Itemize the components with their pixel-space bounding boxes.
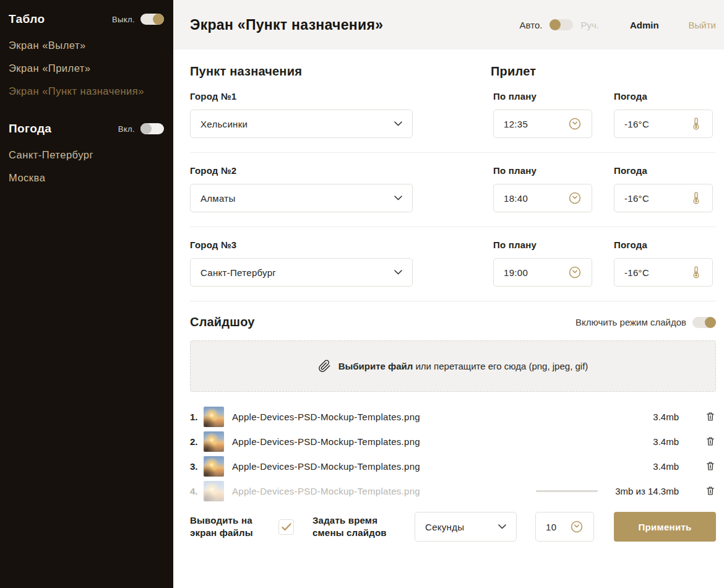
sidebar-item-moscow[interactable]: Москва — [9, 163, 164, 186]
file-index: 3. — [190, 461, 204, 472]
output-files-checkbox[interactable] — [278, 519, 294, 535]
weather-toggle-label: Вкл. — [118, 124, 135, 134]
city1-label: Город №1 — [190, 91, 413, 102]
file-thumbnail — [204, 456, 224, 477]
mode-toggle[interactable] — [549, 19, 573, 30]
city1-select-value: Хельсинки — [200, 119, 248, 129]
main-area: Экран «Пункт назначения» Авто. Руч. Admi… — [173, 0, 724, 588]
plan2-label: По плану — [493, 165, 592, 176]
trash-icon[interactable] — [705, 435, 716, 447]
slideshow-heading: Слайдшоу — [190, 315, 255, 329]
thermometer-icon — [690, 117, 702, 131]
slideshow-toggle[interactable] — [692, 317, 716, 328]
clock-icon — [568, 266, 582, 279]
temp2-field-wrap — [614, 184, 713, 212]
apply-button[interactable]: Применить — [614, 512, 716, 542]
sidebar: Табло Выкл. Экран «Вылет» Экран «Прилет»… — [0, 0, 173, 588]
slideshow-toggle-label: Включить режим слайдов — [575, 317, 686, 327]
file-size: 3.4mb — [653, 412, 679, 422]
temp1-input[interactable] — [624, 119, 680, 129]
time2-input[interactable] — [504, 193, 559, 204]
temp2-input[interactable] — [624, 193, 680, 204]
paperclip-icon — [318, 360, 331, 373]
file-thumbnail — [204, 431, 224, 452]
dropzone-choose-file: Выбирите файл — [338, 361, 413, 371]
trash-icon[interactable] — [705, 410, 716, 423]
tablo-toggle[interactable] — [140, 14, 164, 25]
divider — [190, 227, 716, 227]
mode-switcher: Авто. Руч. — [520, 19, 599, 30]
sidebar-item-saint-petersburg[interactable]: Санкт-Петербург — [9, 141, 164, 163]
city-row-1: Город №1 Хельсинки По плану П — [190, 91, 716, 138]
clock-icon — [570, 520, 584, 534]
sidebar-item-destination-screen[interactable]: Экран «Пункт назначения» — [9, 77, 164, 100]
file-size: 3.4mb — [653, 436, 679, 447]
file-name: Apple-Devices-PSD-Mockup-Templates.png — [232, 436, 653, 447]
time1-field-wrap — [493, 110, 592, 138]
file-row-uploading: 4. Apple-Devices-PSD-Mockup-Templates.pn… — [190, 478, 716, 503]
city-row-3: Город №3 Санкт-Петербург По плану — [190, 240, 716, 287]
file-size: 3.4mb — [653, 461, 679, 472]
sidebar-section-tablo: Табло Выкл. Экран «Вылет» Экран «Прилет»… — [9, 12, 164, 100]
destination-heading: Пункт назначения — [190, 64, 491, 79]
trash-icon[interactable] — [705, 485, 716, 497]
user-name: Admin — [630, 20, 659, 30]
city3-select[interactable]: Санкт-Петербург — [190, 258, 413, 287]
sidebar-item-arrival-screen[interactable]: Экран «Прилет» — [9, 54, 164, 77]
temp1-field-wrap — [614, 110, 713, 138]
mode-manual-label[interactable]: Руч. — [580, 20, 599, 30]
file-index: 4. — [190, 486, 204, 496]
arrival-heading: Прилет — [491, 64, 536, 79]
file-name: Apple-Devices-PSD-Mockup-Templates.png — [232, 461, 653, 472]
chevron-down-icon — [394, 121, 402, 126]
chevron-down-icon — [394, 196, 402, 201]
city2-label: Город №2 — [190, 165, 413, 176]
temp3-field-wrap — [614, 258, 713, 287]
sidebar-section-title-tablo: Табло — [9, 12, 45, 26]
topbar: Экран «Пункт назначения» Авто. Руч. Admi… — [173, 0, 724, 50]
chevron-down-icon — [498, 524, 506, 529]
divider — [190, 301, 716, 301]
content: Пункт назначения Прилет Город №1 Хельсин… — [173, 50, 724, 542]
file-name: Apple-Devices-PSD-Mockup-Templates.png — [232, 486, 536, 496]
sidebar-item-departure-screen[interactable]: Экран «Вылет» — [9, 31, 164, 54]
chevron-down-icon — [394, 270, 402, 275]
file-list: 1. Apple-Devices-PSD-Mockup-Templates.pn… — [190, 404, 716, 503]
thermometer-icon — [690, 191, 702, 205]
time3-field-wrap — [493, 258, 592, 287]
plan1-label: По плану — [493, 91, 592, 102]
sidebar-section-weather: Погода Вкл. Санкт-Петербург Москва — [9, 122, 164, 186]
city1-select[interactable]: Хельсинки — [190, 110, 413, 138]
file-row: 1. Apple-Devices-PSD-Mockup-Templates.pn… — [190, 404, 716, 429]
divider — [190, 152, 716, 153]
tablo-toggle-label: Выкл. — [112, 15, 135, 24]
file-row: 3. Apple-Devices-PSD-Mockup-Templates.pn… — [190, 454, 716, 478]
file-dropzone[interactable]: Выбирите файл или перетащите его сюда (p… — [190, 340, 716, 392]
file-index: 1. — [190, 412, 204, 422]
city2-select-value: Алматы — [200, 193, 236, 204]
weather2-label: Погода — [614, 165, 713, 176]
city2-select[interactable]: Алматы — [190, 184, 413, 212]
clock-icon — [568, 117, 582, 131]
interval-value-input[interactable] — [546, 522, 568, 532]
interval-unit-select[interactable]: Секунды — [415, 512, 517, 542]
trash-icon[interactable] — [705, 460, 716, 472]
mode-auto-label[interactable]: Авто. — [520, 20, 543, 30]
slide-interval-label: Задать время смены слайдов — [312, 514, 407, 539]
file-index: 2. — [190, 436, 204, 447]
time1-input[interactable] — [504, 119, 559, 129]
output-files-label: Выводить на экран файлы — [190, 514, 275, 539]
weather1-label: Погода — [614, 91, 713, 102]
file-row: 2. Apple-Devices-PSD-Mockup-Templates.pn… — [190, 429, 716, 454]
city3-select-value: Санкт-Петербург — [200, 267, 276, 278]
clock-icon — [568, 191, 582, 205]
temp3-input[interactable] — [624, 267, 680, 278]
interval-value-wrap — [535, 512, 594, 542]
file-thumbnail — [204, 481, 224, 501]
dropzone-hint: или перетащите его сюда (png, jpeg, gif) — [413, 361, 588, 371]
file-name: Apple-Devices-PSD-Mockup-Templates.png — [232, 412, 653, 422]
weather-toggle[interactable] — [140, 123, 164, 134]
logout-link[interactable]: Выйти — [689, 20, 716, 30]
time3-input[interactable] — [504, 267, 559, 278]
interval-unit-value: Секунды — [425, 522, 464, 532]
